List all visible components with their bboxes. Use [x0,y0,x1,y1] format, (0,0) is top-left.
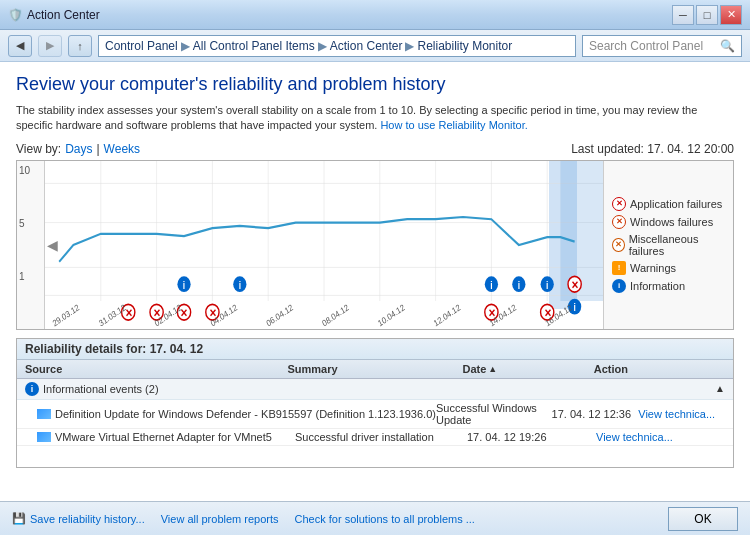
group-label: i Informational events (2) [25,382,159,396]
y-label-10: 10 [19,165,42,176]
row1-summary: Successful Windows Update [436,402,552,426]
close-button[interactable]: ✕ [720,5,742,25]
row1-date: 17. 04. 12 12:36 [552,408,639,420]
description: The stability index assesses your system… [16,103,734,134]
date-sort-icon: ▲ [488,364,497,374]
chart-container[interactable]: 10 5 1 ◀ [16,160,734,330]
details-section: Reliability details for: 17. 04. 12 Sour… [16,338,734,468]
svg-text:08.04.12: 08.04.12 [320,301,350,328]
main-content: Review your computer's reliability and p… [0,62,750,501]
view-days-link[interactable]: Days [65,142,92,156]
table-row[interactable]: Definition Update for Windows Defender -… [17,400,733,429]
breadcrumb-sep-1: ▶ [181,39,190,53]
last-updated: Last updated: 17. 04. 12 20:00 [571,142,734,156]
svg-text:i: i [239,280,241,291]
title-bar-left: 🛡️ Action Center [8,8,100,22]
row1-action: View technica... [638,408,725,420]
col-summary: Summary [288,363,463,375]
col-source: Source [25,363,288,375]
group-info-icon: i [25,382,39,396]
breadcrumb-control-panel[interactable]: Control Panel [105,39,178,53]
svg-text:12.04.12: 12.04.12 [432,301,462,328]
maximize-button[interactable]: □ [696,5,718,25]
group-label-text: Informational events (2) [43,383,159,395]
legend-info-label: Information [630,280,685,292]
row2-action-link[interactable]: View technica... [596,431,673,443]
svg-text:06.04.12: 06.04.12 [265,301,295,328]
breadcrumb-reliability-monitor[interactable]: Reliability Monitor [417,39,512,53]
svg-text:i: i [490,280,492,291]
details-header-text: Reliability details for: 17. 04. 12 [25,342,203,356]
chart-main[interactable]: ◀ [45,161,603,329]
minimize-button[interactable]: ─ [672,5,694,25]
view-separator: | [96,142,99,156]
bottom-bar: 💾 Save reliability history... View all p… [0,501,750,535]
group-collapse-icon[interactable]: ▲ [715,383,725,394]
title-bar-label: Action Center [27,8,100,22]
svg-text:i: i [546,280,548,291]
breadcrumb-all-items[interactable]: All Control Panel Items [193,39,315,53]
ok-button[interactable]: OK [668,507,738,531]
bottom-links: 💾 Save reliability history... View all p… [12,512,475,525]
table-row[interactable]: VMware Virtual Ethernet Adapter for VMne… [17,429,733,446]
y-label-1: 1 [19,271,42,282]
window-icon: 🛡️ [8,8,23,22]
chart-y-axis: 10 5 1 [17,161,45,329]
page-title: Review your computer's reliability and p… [16,74,734,95]
legend-warn-label: Warnings [630,262,676,274]
info-icon: i [612,279,626,293]
title-bar: 🛡️ Action Center ─ □ ✕ [0,0,750,30]
view-by-label: View by: [16,142,61,156]
col-action: Action [594,363,725,375]
breadcrumb[interactable]: Control Panel ▶ All Control Panel Items … [98,35,576,57]
svg-text:10.04.12: 10.04.12 [376,301,406,328]
legend-information: i Information [612,279,725,293]
description-line2: problems that have impacted your system. [171,119,378,131]
view-by-bar: View by: Days | Weeks Last updated: 17. … [16,142,734,156]
group-header-info[interactable]: i Informational events (2) ▲ [17,379,733,400]
search-placeholder: Search Control Panel [589,39,703,53]
legend-app-label: Application failures [630,198,722,210]
svg-text:29.03.12: 29.03.12 [51,301,81,328]
svg-text:i: i [518,280,520,291]
reliability-chart: ✕ ✕ ✕ ✕ ✕ ✕ ✕ i [45,161,603,329]
chart-legend: ✕ Application failures ✕ Windows failure… [603,161,733,329]
app-failure-icon: ✕ [612,197,626,211]
save-icon: 💾 [12,512,26,525]
back-button[interactable]: ◀ [8,35,32,57]
search-box[interactable]: Search Control Panel 🔍 [582,35,742,57]
address-bar: ◀ ▶ ↑ Control Panel ▶ All Control Panel … [0,30,750,62]
view-all-link[interactable]: View all problem reports [161,513,279,525]
legend-misc-failures: ✕ Miscellaneous failures [612,233,725,257]
y-label-5: 5 [19,218,42,229]
help-link[interactable]: How to use Reliability Monitor. [380,119,527,131]
legend-warnings: ! Warnings [612,261,725,275]
view-weeks-link[interactable]: Weeks [104,142,140,156]
misc-failure-icon: ✕ [612,238,625,252]
save-history-link[interactable]: 💾 Save reliability history... [12,512,145,525]
legend-misc-label: Miscellaneous failures [629,233,725,257]
win-failure-icon: ✕ [612,215,626,229]
row2-summary: Successful driver installation [295,431,467,443]
legend-win-label: Windows failures [630,216,713,228]
legend-app-failures: ✕ Application failures [612,197,725,211]
breadcrumb-sep-3: ▶ [405,39,414,53]
breadcrumb-action-center[interactable]: Action Center [330,39,403,53]
breadcrumb-sep-2: ▶ [318,39,327,53]
check-solutions-link[interactable]: Check for solutions to all problems ... [295,513,475,525]
forward-button[interactable]: ▶ [38,35,62,57]
up-button[interactable]: ↑ [68,35,92,57]
title-bar-controls: ─ □ ✕ [672,5,742,25]
legend-win-failures: ✕ Windows failures [612,215,725,229]
row2-source-icon [37,432,51,442]
row2-action: View technica... [596,431,725,443]
details-header: Reliability details for: 17. 04. 12 [17,339,733,360]
table-body: i Informational events (2) ▲ Definition … [17,379,733,457]
table-header: Source Summary Date ▲ Action [17,360,733,379]
col-date: Date ▲ [463,363,594,375]
warning-icon: ! [612,261,626,275]
row1-source-icon [37,409,51,419]
row1-source: Definition Update for Windows Defender -… [37,408,436,420]
row2-date: 17. 04. 12 19:26 [467,431,596,443]
row1-action-link[interactable]: View technica... [638,408,715,420]
